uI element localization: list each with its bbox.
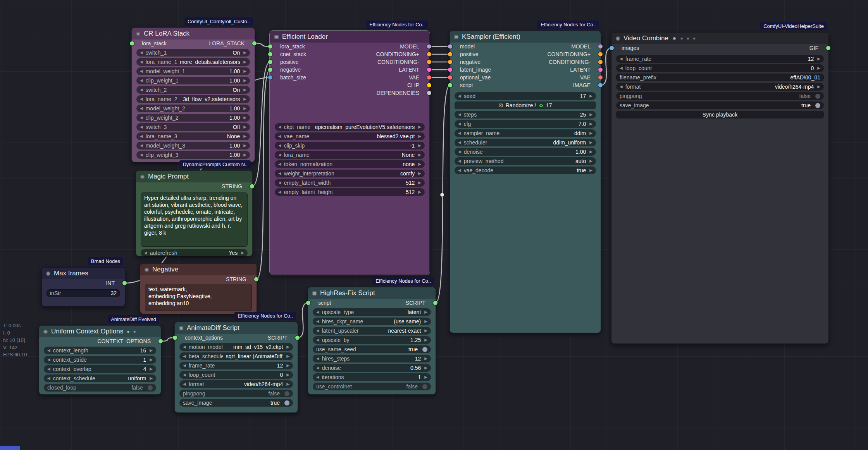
- decrement-arrow-icon[interactable]: ◀: [316, 329, 319, 333]
- decrement-arrow-icon[interactable]: ◀: [278, 153, 281, 157]
- widget-frame_rate[interactable]: ◀frame_rate12▶: [616, 55, 824, 63]
- decrement-arrow-icon[interactable]: ◀: [278, 172, 281, 175]
- increment-arrow-icon[interactable]: ▶: [150, 349, 153, 352]
- node-header[interactable]: Max frames: [42, 268, 125, 279]
- widget-empty_latent_height[interactable]: ◀empty_latent_height512▶: [275, 188, 425, 196]
- collapse-dot-icon[interactable]: [136, 32, 140, 36]
- increment-arrow-icon[interactable]: ▶: [418, 144, 421, 148]
- increment-arrow-icon[interactable]: ▶: [243, 125, 246, 129]
- increment-arrow-icon[interactable]: ▶: [243, 69, 246, 73]
- decrement-arrow-icon[interactable]: ◀: [278, 134, 281, 138]
- output-port-dot[interactable]: [598, 83, 603, 88]
- increment-arrow-icon[interactable]: ▶: [243, 79, 246, 82]
- toggle-knob[interactable]: [815, 94, 820, 99]
- decrement-arrow-icon[interactable]: ◀: [458, 122, 461, 126]
- widget-vae_name[interactable]: ◀vae_nameblessed2.vae.pt▶: [275, 132, 425, 140]
- output-port-dot[interactable]: [254, 277, 258, 282]
- node-max-frames[interactable]: Bmad NodesMax framesINTinStr32: [41, 267, 125, 307]
- negative-prompt-textarea[interactable]: text, watermark, embedding:EasyNeagtive,…: [145, 284, 252, 311]
- input-slot-positive[interactable]: positive: [455, 51, 478, 57]
- node-header[interactable]: CR LoRA Stack: [132, 28, 255, 40]
- decrement-arrow-icon[interactable]: ◀: [144, 251, 147, 255]
- output-slot-MODEL[interactable]: MODEL: [571, 43, 595, 50]
- node-negative[interactable]: NegativeSTRINGtext, watermark, embedding…: [140, 263, 257, 314]
- widget-pingpong[interactable]: pingpongfalse: [616, 92, 824, 100]
- collapse-dot-icon[interactable]: [616, 36, 620, 41]
- decrement-arrow-icon[interactable]: ◀: [278, 162, 281, 166]
- output-port-dot[interactable]: [598, 60, 603, 64]
- toggle-knob[interactable]: [422, 384, 427, 389]
- reroute-dot[interactable]: [440, 193, 444, 197]
- widget-beta_schedule[interactable]: ◀beta_schedulesqrt_linear (AnimateDiff)▶: [179, 352, 293, 360]
- input-slot-positive[interactable]: positive: [276, 59, 298, 65]
- decrement-arrow-icon[interactable]: ◀: [620, 66, 623, 70]
- input-port-dot[interactable]: [448, 60, 452, 64]
- node-magic-prompt[interactable]: DynamicPrompts Custom N..Magic PromptSTR…: [136, 170, 253, 256]
- output-slot-LORA_STACK[interactable]: LORA_STACK: [209, 40, 249, 46]
- decrement-arrow-icon[interactable]: ◀: [458, 131, 461, 135]
- output-slot-SCRIPT[interactable]: SCRIPT: [406, 300, 430, 306]
- output-port-dot[interactable]: [598, 76, 603, 80]
- collapse-dot-icon[interactable]: [140, 175, 145, 179]
- decrement-arrow-icon[interactable]: ◀: [140, 153, 143, 157]
- decrement-arrow-icon[interactable]: ◀: [183, 382, 186, 386]
- sync-playback-button[interactable]: Sync playback: [616, 111, 824, 119]
- input-slot-negative[interactable]: negative: [455, 59, 480, 65]
- node-efficient-loader[interactable]: Efficiency Nodes for Co..Efficient Loade…: [270, 31, 430, 275]
- input-port-dot[interactable]: [448, 52, 452, 57]
- output-slot-LATENT[interactable]: LATENT: [570, 67, 595, 73]
- node-header[interactable]: Efficient Loader: [270, 31, 429, 43]
- output-slot-STRING[interactable]: STRING: [226, 276, 251, 282]
- increment-arrow-icon[interactable]: ▶: [589, 113, 592, 117]
- decrement-arrow-icon[interactable]: ◀: [140, 51, 143, 55]
- widget-model_weight_3[interactable]: ◀model_weight_31.00▶: [136, 142, 250, 149]
- output-port-dot[interactable]: [427, 45, 431, 49]
- input-port-dot[interactable]: [268, 45, 272, 49]
- increment-arrow-icon[interactable]: ▶: [286, 354, 289, 358]
- output-slot-LATENT[interactable]: LATENT: [399, 67, 424, 73]
- output-port-dot[interactable]: [250, 184, 254, 189]
- node-box-icon[interactable]: [312, 291, 317, 295]
- decrement-arrow-icon[interactable]: ◀: [140, 106, 143, 110]
- widget-upscale_type[interactable]: ◀upscale_typelatent▶: [313, 308, 431, 316]
- output-port-dot[interactable]: [427, 52, 431, 57]
- node-header[interactable]: AnimateDiff Script: [175, 322, 298, 334]
- widget-iterations[interactable]: ◀iterations1▶: [313, 373, 431, 381]
- increment-arrow-icon[interactable]: ▶: [418, 181, 421, 185]
- widget-hires_ckpt_name[interactable]: ◀hires_ckpt_name(use same)▶: [313, 318, 431, 325]
- node-highres-fix-script[interactable]: Efficiency Nodes for Co..HighRes-Fix Scr…: [308, 287, 436, 395]
- widget-use_same_seed[interactable]: use_same_seedtrue: [313, 345, 431, 353]
- increment-arrow-icon[interactable]: ▶: [424, 357, 427, 361]
- decrement-arrow-icon[interactable]: ◀: [458, 113, 461, 117]
- increment-arrow-icon[interactable]: ▶: [418, 134, 421, 138]
- decrement-arrow-icon[interactable]: ◀: [183, 354, 186, 358]
- widget-filename_prefix[interactable]: filename_prefixeffAD\00_01: [616, 74, 824, 81]
- increment-arrow-icon[interactable]: ▶: [589, 122, 592, 126]
- decrement-arrow-icon[interactable]: ◀: [316, 366, 319, 370]
- widget-latent_upscaler[interactable]: ◀latent_upscalernearest-exact▶: [313, 327, 431, 335]
- output-port-dot[interactable]: [427, 76, 431, 80]
- increment-arrow-icon[interactable]: ▶: [418, 153, 421, 157]
- increment-arrow-icon[interactable]: ▶: [243, 51, 246, 55]
- widget-switch_2[interactable]: ◀switch_2On▶: [136, 86, 250, 94]
- output-slot-VAE[interactable]: VAE: [580, 74, 595, 81]
- collapse-dot-icon[interactable]: [46, 271, 50, 276]
- widget-weight_interpretation[interactable]: ◀weight_interpretationcomfy▶: [275, 170, 425, 177]
- output-slot-IMAGE[interactable]: IMAGE: [573, 82, 595, 88]
- decrement-arrow-icon[interactable]: ◀: [183, 373, 186, 377]
- decrement-arrow-icon[interactable]: ◀: [140, 144, 143, 148]
- widget-empty_latent_width[interactable]: ◀empty_latent_width512▶: [275, 179, 425, 187]
- widget-denoise[interactable]: ◀denoise0.56▶: [313, 364, 431, 372]
- output-port-dot[interactable]: [158, 339, 163, 344]
- collapse-dot-icon[interactable]: [43, 330, 48, 334]
- toggle-knob[interactable]: [148, 385, 153, 390]
- output-port-dot[interactable]: [598, 45, 603, 49]
- widget-model_weight_2[interactable]: ◀model_weight_21.00▶: [136, 105, 250, 112]
- decrement-arrow-icon[interactable]: ◀: [458, 94, 461, 98]
- output-slot-CONDITIONING+[interactable]: CONDITIONING+: [376, 51, 424, 57]
- decrement-arrow-icon[interactable]: ◀: [458, 141, 461, 144]
- widget-switch_3[interactable]: ◀switch_3Off▶: [136, 123, 250, 131]
- output-port-dot[interactable]: [427, 68, 431, 72]
- node-ksampler[interactable]: Efficiency Nodes for Co..KSampler (Effic…: [450, 31, 601, 333]
- graph-canvas[interactable]: T: 0.00sI: 0N: 10 [10]V: 142FPS:60.10 Co…: [0, 0, 868, 450]
